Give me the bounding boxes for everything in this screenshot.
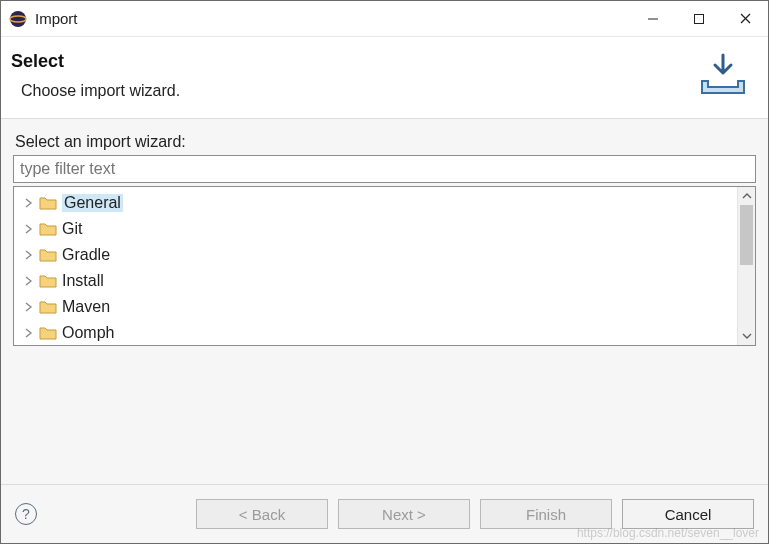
tree-item-oomph[interactable]: Oomph	[16, 320, 735, 345]
tree-item-git[interactable]: Git	[16, 216, 735, 242]
close-button[interactable]	[722, 1, 768, 36]
tree-item-label: Install	[62, 272, 104, 290]
import-dialog: Import Select Choose import wizard.	[0, 0, 769, 544]
finish-button: Finish	[480, 499, 612, 529]
minimize-button[interactable]	[630, 1, 676, 36]
help-button[interactable]: ?	[15, 503, 37, 525]
svg-rect-3	[695, 14, 704, 23]
tree-scrollbar[interactable]	[737, 187, 755, 345]
window-title: Import	[35, 10, 78, 27]
scrollbar-thumb[interactable]	[740, 205, 753, 265]
scroll-up-icon[interactable]	[738, 187, 755, 205]
folder-icon	[39, 300, 57, 314]
chevron-right-icon	[22, 274, 36, 288]
next-button: Next >	[338, 499, 470, 529]
folder-icon	[39, 274, 57, 288]
page-description: Choose import wizard.	[21, 82, 686, 100]
maximize-button[interactable]	[676, 1, 722, 36]
tree-item-label: Maven	[62, 298, 110, 316]
tree-item-label: General	[62, 194, 123, 212]
svg-point-0	[10, 11, 26, 27]
tree-item-install[interactable]: Install	[16, 268, 735, 294]
section-label: Select an import wizard:	[15, 133, 756, 151]
tree-item-general[interactable]: General	[16, 190, 735, 216]
chevron-right-icon	[22, 222, 36, 236]
import-wizard-icon	[698, 53, 750, 97]
button-bar: ? < Back Next > Finish Cancel	[1, 485, 768, 543]
tree-item-label: Gradle	[62, 246, 110, 264]
cancel-button[interactable]: Cancel	[622, 499, 754, 529]
page-title: Select	[11, 51, 686, 72]
chevron-right-icon	[22, 300, 36, 314]
chevron-right-icon	[22, 326, 36, 340]
tree-item-gradle[interactable]: Gradle	[16, 242, 735, 268]
tree-item-label: Git	[62, 220, 82, 238]
back-button: < Back	[196, 499, 328, 529]
chevron-right-icon	[22, 248, 36, 262]
wizard-header: Select Choose import wizard.	[1, 37, 768, 119]
tree-item-label: Oomph	[62, 324, 114, 342]
folder-icon	[39, 222, 57, 236]
titlebar: Import	[1, 1, 768, 37]
folder-icon	[39, 196, 57, 210]
tree-content[interactable]: General Git Gradle Install	[14, 187, 737, 345]
scrollbar-track[interactable]	[738, 205, 755, 327]
folder-icon	[39, 248, 57, 262]
filter-input[interactable]	[13, 155, 756, 183]
eclipse-icon	[9, 10, 27, 28]
window-controls	[630, 1, 768, 36]
folder-icon	[39, 326, 57, 340]
scroll-down-icon[interactable]	[738, 327, 755, 345]
import-tree: General Git Gradle Install	[13, 186, 756, 346]
chevron-right-icon	[22, 196, 36, 210]
tree-item-maven[interactable]: Maven	[16, 294, 735, 320]
wizard-body: Select an import wizard: General Git Gra…	[1, 119, 768, 485]
